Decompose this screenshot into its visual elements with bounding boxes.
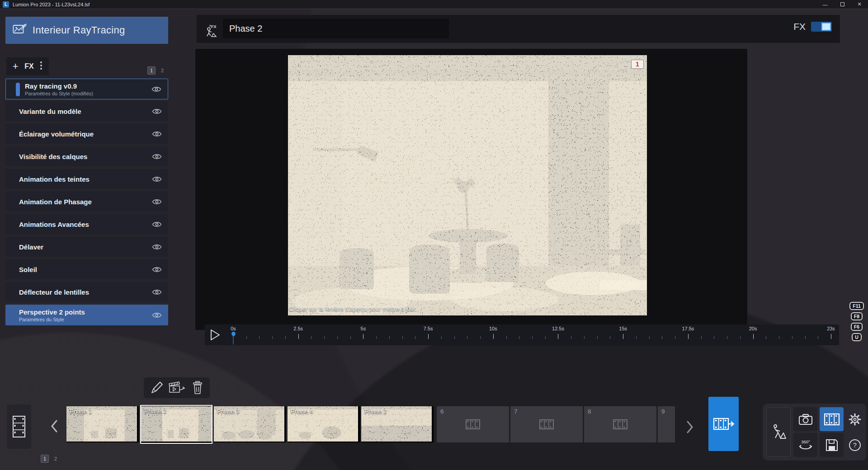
timeline-tick: [428, 334, 429, 339]
effect-item-animation-des-teintes[interactable]: Animation des teintes: [5, 169, 168, 189]
camera-icon: [798, 413, 813, 426]
clip-2-phase-2[interactable]: Phase 2: [140, 405, 212, 444]
clips-scroll-right-button[interactable]: [680, 416, 700, 438]
clip-slot-9[interactable]: 9: [658, 406, 675, 442]
timeline-tick: [779, 336, 779, 339]
effect-visibility-toggle[interactable]: [152, 289, 162, 296]
timeline-tick: [805, 336, 806, 339]
svg-text:FX: FX: [211, 24, 217, 29]
app-icon[interactable]: L: [3, 1, 9, 8]
settings-button[interactable]: [846, 407, 864, 431]
timeline-tick: [766, 336, 766, 339]
add-effect-button[interactable]: +: [13, 62, 19, 71]
effect-item-ray-tracing-v0-9[interactable]: Ray tracing v0.9Paramètres du Style (mod…: [5, 79, 168, 99]
style-header-label: Interieur RayTracing: [33, 24, 125, 36]
timeline-tick: [792, 336, 793, 339]
panorama-mode-button[interactable]: 360°: [793, 433, 817, 457]
effect-visibility-toggle[interactable]: [152, 153, 162, 160]
effect-visibility-toggle[interactable]: [152, 198, 162, 205]
timeline-tick: [506, 336, 507, 339]
help-button[interactable]: ?: [846, 433, 864, 457]
effect-item-soleil[interactable]: Soleil: [5, 259, 168, 279]
effect-item-variante-du-mod-le[interactable]: Variante du modèle: [5, 101, 168, 121]
effect-visibility-toggle[interactable]: [152, 108, 162, 115]
timeline-tick: [363, 334, 363, 339]
timeline-tick: [272, 336, 273, 339]
render-movie-button[interactable]: [708, 397, 739, 451]
clips-pager-page-2[interactable]: 2: [52, 455, 60, 463]
effects-menu-button[interactable]: [40, 61, 42, 72]
fx-toggle-label: FX: [793, 21, 806, 32]
effect-label: Délaver: [19, 243, 43, 251]
drag-handle[interactable]: [16, 83, 20, 96]
clip-5-phase-2[interactable]: Phase 2: [361, 406, 434, 442]
effect-sublabel: Paramètres du Style: [19, 317, 85, 322]
timeline-tick: [519, 336, 519, 339]
effects-pager-page-2[interactable]: 2: [158, 66, 166, 75]
save-button[interactable]: [820, 433, 844, 457]
storyboard-button[interactable]: [7, 404, 31, 449]
effect-visibility-toggle[interactable]: [152, 266, 162, 273]
delete-clip-button[interactable]: [189, 380, 206, 396]
effect-item-d-flecteur-de-lentilles[interactable]: Déflecteur de lentilles: [5, 282, 168, 302]
effect-item-d-laver[interactable]: Délaver: [5, 237, 168, 257]
clip-name-input[interactable]: [223, 19, 449, 38]
build-mode-button[interactable]: [766, 407, 791, 457]
clip-slot-7[interactable]: 7: [510, 406, 583, 442]
effect-item-perspective-2-points[interactable]: Perspective 2 pointsParamètres du Style: [5, 305, 168, 325]
fx-toggle[interactable]: [811, 22, 832, 32]
svg-text:?: ?: [853, 442, 857, 449]
photo-mode-button[interactable]: [793, 407, 817, 431]
effect-visibility-toggle[interactable]: [152, 131, 162, 137]
clip-slot-number: 9: [661, 408, 665, 415]
style-header-button[interactable]: Interieur RayTracing: [5, 17, 168, 44]
minimize-button[interactable]: —: [816, 0, 834, 9]
effect-label: Animation de Phasage: [19, 198, 92, 206]
clip-fx-mode-icon: FX: [206, 24, 218, 39]
hotkey-hint-u: U: [852, 333, 862, 341]
hotkey-hints: F11F8F6U: [847, 302, 866, 341]
clip-4-phase-4[interactable]: Phase 4: [288, 406, 360, 442]
clip-slot-6[interactable]: 6: [437, 406, 509, 442]
preview-panel: 1 Cliquer sur la fenêtre d'aperçu pour m…: [195, 49, 747, 330]
timeline-tick-label: 0s: [231, 326, 236, 331]
effect-visibility-toggle[interactable]: [152, 312, 162, 319]
timeline-tick: [714, 336, 714, 339]
clip-slot-8[interactable]: 8: [584, 406, 656, 442]
record-clip-button[interactable]: [169, 380, 185, 396]
timeline-tick: [532, 336, 533, 339]
clip-label: Phase 4: [291, 408, 313, 415]
preview-render[interactable]: [288, 55, 647, 315]
clip-label: Phase 2: [364, 408, 387, 415]
clips-scroll-left-button[interactable]: [44, 414, 64, 439]
effect-item-clairage-volum-trique[interactable]: Éclairage volumétrique: [5, 124, 168, 144]
effect-label: Ray tracing v0.9: [25, 82, 93, 90]
maximize-button[interactable]: [834, 0, 851, 9]
timeline-tick: [818, 336, 818, 339]
timeline-tick: [298, 334, 299, 339]
clip-3-phase-3[interactable]: Phase 3: [214, 406, 286, 442]
close-button[interactable]: ✕: [851, 0, 868, 9]
effect-label: Soleil: [19, 266, 37, 273]
effect-item-animations-avanc-es[interactable]: Animations Avancées: [5, 214, 168, 234]
effect-visibility-toggle[interactable]: [152, 176, 162, 183]
clips-pager-page-1[interactable]: 1: [41, 455, 49, 463]
preview-hint-text: Cliquer sur la fenêtre d'aperçu pour met…: [289, 306, 417, 312]
effect-item-visibilit-des-calques[interactable]: Visibilité des calques: [5, 146, 168, 166]
effect-item-animation-de-phasage[interactable]: Animation de Phasage: [5, 192, 168, 212]
hotkey-hint-f8: F8: [851, 312, 863, 320]
timeline-ruler[interactable]: 0s2.5s5s7.5s10s12.5s15s17.5s20s23s: [205, 324, 839, 345]
effect-visibility-toggle[interactable]: [152, 221, 162, 228]
movie-mode-button[interactable]: [820, 407, 844, 431]
edit-clip-button[interactable]: [148, 380, 165, 396]
effect-visibility-toggle[interactable]: [151, 86, 161, 93]
timeline-tick-label: 10s: [489, 326, 497, 331]
storyboard-slot-icon: [539, 418, 554, 430]
clip-1-phase-1[interactable]: Phase 1: [66, 406, 139, 442]
timeline-playhead[interactable]: [231, 332, 236, 344]
effect-visibility-toggle[interactable]: [152, 244, 162, 250]
timeline-tick: [493, 334, 494, 339]
effect-label: Éclairage volumétrique: [19, 130, 94, 138]
effects-pager-page-1[interactable]: 1: [147, 66, 156, 75]
help-icon: ?: [848, 438, 862, 452]
